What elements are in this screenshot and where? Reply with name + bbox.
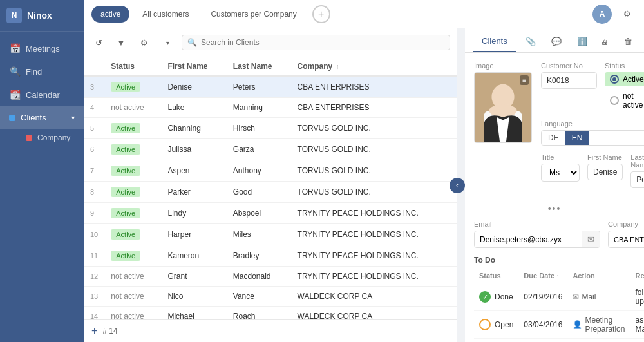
search-box[interactable]: 🔍	[182, 35, 450, 50]
status-active-option[interactable]: Active	[605, 72, 644, 86]
row-status: Active	[104, 118, 161, 139]
table-row[interactable]: 11 Active Kameron Bradley TRYNITY PEACE …	[84, 245, 457, 267]
settings-icon[interactable]: ⚙	[618, 5, 636, 23]
company-field[interactable]: CBA ENTERPRISES (EDEN PRAI… ↗	[608, 231, 644, 248]
image-section: Image	[474, 62, 532, 196]
search-input[interactable]	[201, 38, 444, 47]
todo-remarks: follow up mail	[630, 283, 644, 311]
detail-tab-attachment-icon[interactable]: 📎	[519, 32, 542, 52]
tab-all-customers[interactable]: All customers	[133, 6, 198, 23]
sidebar-item-clients[interactable]: Clients ▾	[0, 106, 84, 129]
print-icon[interactable]: 🖨	[596, 33, 614, 51]
table-row[interactable]: 8 Active Parker Good TORVUS GOLD INC.	[84, 182, 457, 203]
main-area: active All customers Customers per Compa…	[84, 0, 644, 342]
language-toggle[interactable]: DE EN	[541, 130, 644, 146]
create-record-button[interactable]: + Create record	[474, 339, 635, 342]
detail-tab-clients[interactable]: Clients	[473, 31, 516, 52]
app-title: Ninox	[27, 10, 52, 21]
first-name-value[interactable]: Denise	[587, 164, 623, 180]
sidebar-item-calendar[interactable]: 📆 Calendar	[0, 83, 84, 106]
row-firstname: Harper	[161, 224, 226, 245]
sidebar-item-find[interactable]: 🔍 Find	[0, 60, 84, 83]
sidebar-item-company[interactable]: Company	[13, 129, 84, 147]
refresh-button[interactable]: ↺	[90, 34, 107, 51]
detail-content: Image	[465, 53, 644, 342]
col-lastname[interactable]: Last Name	[227, 57, 291, 76]
status-badge-active: Active	[111, 166, 140, 176]
status-badge-active: Active	[111, 187, 140, 197]
settings-table-icon[interactable]: ⚙	[135, 33, 153, 52]
row-lastname: Vance	[227, 287, 291, 307]
tab-active[interactable]: active	[91, 6, 129, 23]
detail-tab-chat-icon[interactable]: 💬	[545, 32, 568, 52]
row-lastname: Garza	[227, 139, 291, 160]
lang-en-button[interactable]: EN	[565, 131, 589, 145]
row-status: Active	[104, 203, 161, 224]
col-num	[84, 57, 104, 76]
sidebar-item-meetings[interactable]: 📅 Meetings	[0, 37, 84, 60]
row-firstname: Lindy	[161, 203, 226, 224]
row-firstname: Channing	[161, 118, 226, 139]
todo-row[interactable]: Open 03/04/2016 👤 Meeting Preparation as…	[474, 311, 644, 339]
customer-no-value[interactable]: K0018	[541, 72, 597, 89]
filter-icon[interactable]: ▼	[112, 33, 130, 52]
col-company[interactable]: Company ↑	[291, 57, 457, 76]
table-row[interactable]: 7 Active Aspen Anthony TORVUS GOLD INC.	[84, 160, 457, 182]
table-row[interactable]: 9 Active Lindy Abspoel TRYNITY PEACE HOL…	[84, 203, 457, 224]
clients-table: Status First Name Last Name Company ↑ 3 …	[84, 57, 457, 319]
row-num: 11	[84, 245, 104, 267]
row-company: TRYNITY PEACE HOLDINGS INC.	[291, 245, 457, 267]
status-active-label: Active	[623, 75, 644, 84]
table-row[interactable]: 14 not active Michael Roach WALDECK CORP…	[84, 307, 457, 320]
expand-panel-button[interactable]: ‹	[450, 178, 465, 193]
table-row[interactable]: 5 Active Channing Hirsch TORVUS GOLD INC…	[84, 118, 457, 139]
email-field[interactable]: ✉	[474, 231, 600, 248]
todo-duedate: 03/04/2016	[518, 311, 567, 339]
company-value: CBA ENTERPRISES (EDEN PRAI…	[609, 233, 644, 247]
col-firstname[interactable]: First Name	[161, 57, 226, 76]
row-status: Active	[104, 76, 161, 98]
detail-tab-info-icon[interactable]: ℹ️	[571, 32, 594, 52]
image-label: Image	[474, 62, 532, 70]
todo-row[interactable]: ✓ Done 02/19/2016 ✉ Mail follow up mail	[474, 283, 644, 311]
row-lastname: Hirsch	[227, 118, 291, 139]
chevron-down-settings-icon[interactable]: ▾	[158, 33, 176, 52]
clients-dot-icon	[9, 115, 15, 121]
add-tab-button[interactable]: +	[312, 5, 330, 23]
todo-col-duedate[interactable]: Due Date ↑	[518, 269, 567, 283]
title-select[interactable]: Ms Mr Dr	[541, 164, 580, 182]
row-num: 12	[84, 267, 104, 287]
table-row[interactable]: 10 Active Harper Miles TRYNITY PEACE HOL…	[84, 224, 457, 245]
table-row[interactable]: 13 not active Nico Vance WALDECK CORP CA	[84, 287, 457, 307]
add-row-button[interactable]: +	[91, 325, 97, 337]
status-inactive-option[interactable]: not active	[605, 89, 644, 112]
row-firstname: Parker	[161, 182, 226, 203]
email-input[interactable]	[475, 232, 582, 247]
last-name-value[interactable]: Peters	[630, 171, 644, 188]
image-menu-icon[interactable]: ≡	[520, 75, 529, 85]
table-row[interactable]: 12 not active Grant Macdonald TRYNITY PE…	[84, 267, 457, 287]
user-avatar[interactable]: A	[592, 5, 612, 24]
row-num: 3	[84, 76, 104, 98]
col-status[interactable]: Status	[104, 57, 161, 76]
status-badge-active: Active	[111, 251, 140, 261]
delete-icon[interactable]: 🗑	[620, 33, 638, 51]
more-button[interactable]: •••	[474, 204, 635, 214]
lang-de-button[interactable]: DE	[542, 131, 565, 145]
tab-customers-per-company[interactable]: Customers per Company	[202, 6, 305, 23]
email-send-icon[interactable]: ✉	[582, 231, 600, 247]
table-row[interactable]: 3 Active Denise Peters CBA ENTERPRISES	[84, 76, 457, 98]
table-row[interactable]: 4 not active Luke Manning CBA ENTERPRISE…	[84, 98, 457, 118]
content-area: ↺ ▼ ⚙ ▾ 🔍 Status	[84, 28, 644, 342]
table-row[interactable]: 6 Active Julissa Garza TORVUS GOLD INC.	[84, 139, 457, 160]
row-company: TORVUS GOLD INC.	[291, 160, 457, 182]
todo-action-label: Meeting Preparation	[585, 316, 625, 334]
last-name-label: Last Name	[630, 153, 644, 169]
row-company: CBA ENTERPRISES	[291, 76, 457, 98]
row-num: 10	[84, 224, 104, 245]
todo-table: Status Due Date ↑ Action Remarks ✓ Done	[474, 269, 644, 339]
status-badge-inactive: not active	[111, 312, 144, 319]
radio-active-icon	[610, 75, 619, 84]
row-num: 14	[84, 307, 104, 320]
sidebar-item-clients-label: Clients	[21, 113, 66, 122]
